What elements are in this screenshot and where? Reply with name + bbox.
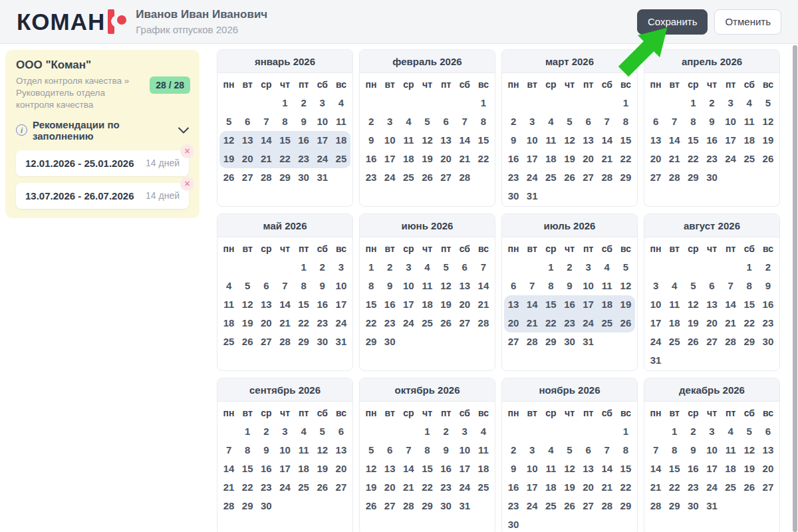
day-cell[interactable]: 28 xyxy=(598,497,616,515)
day-cell[interactable]: 24 xyxy=(523,168,541,187)
day-cell[interactable]: 23 xyxy=(362,168,380,187)
day-cell[interactable]: 1 xyxy=(616,94,635,112)
day-cell[interactable]: 15 xyxy=(474,131,493,150)
day-cell[interactable]: 1 xyxy=(275,94,294,112)
cancel-button[interactable]: Отменить xyxy=(714,9,781,35)
day-cell[interactable]: 4 xyxy=(219,277,238,295)
day-cell[interactable]: 14 xyxy=(456,131,474,150)
day-cell[interactable]: 11 xyxy=(541,131,560,150)
day-cell[interactable]: 28 xyxy=(399,497,418,515)
day-cell[interactable]: 24 xyxy=(456,478,474,497)
day-cell[interactable]: 5 xyxy=(560,441,579,460)
day-cell[interactable]: 26 xyxy=(740,478,759,497)
day-cell[interactable]: 22 xyxy=(740,314,759,332)
day-cell[interactable]: 13 xyxy=(646,131,665,150)
day-cell[interactable]: 30 xyxy=(560,332,579,351)
day-cell[interactable]: 1 xyxy=(295,258,313,277)
day-cell[interactable]: 7 xyxy=(722,277,740,295)
day-cell[interactable]: 17 xyxy=(313,131,332,150)
day-cell[interactable]: 25 xyxy=(598,314,616,332)
day-cell[interactable]: 31 xyxy=(646,351,665,370)
day-cell[interactable]: 20 xyxy=(332,460,350,478)
day-cell[interactable]: 18 xyxy=(332,131,350,150)
day-cell[interactable]: 25 xyxy=(474,478,493,497)
day-cell[interactable]: 15 xyxy=(362,295,380,314)
day-cell[interactable]: 27 xyxy=(380,497,399,515)
day-cell[interactable]: 15 xyxy=(684,131,702,150)
day-cell[interactable]: 26 xyxy=(616,314,635,332)
day-cell[interactable]: 23 xyxy=(504,497,523,515)
day-cell[interactable]: 13 xyxy=(579,460,598,478)
day-cell[interactable]: 2 xyxy=(362,112,380,131)
day-cell[interactable]: 30 xyxy=(702,168,721,187)
day-cell[interactable]: 15 xyxy=(616,131,635,150)
day-cell[interactable]: 10 xyxy=(399,277,418,295)
day-cell[interactable]: 12 xyxy=(418,131,436,150)
day-cell[interactable]: 1 xyxy=(362,258,380,277)
day-cell[interactable]: 13 xyxy=(504,295,523,314)
day-cell[interactable]: 6 xyxy=(579,441,598,460)
remove-period-button[interactable]: × xyxy=(180,144,194,158)
day-cell[interactable]: 4 xyxy=(598,258,616,277)
day-cell[interactable]: 18 xyxy=(740,131,759,150)
day-cell[interactable]: 30 xyxy=(380,332,399,351)
day-cell[interactable]: 22 xyxy=(295,314,313,332)
day-cell[interactable]: 6 xyxy=(456,258,474,277)
day-cell[interactable]: 4 xyxy=(295,422,313,441)
day-cell[interactable]: 19 xyxy=(437,295,456,314)
day-cell[interactable]: 8 xyxy=(275,112,294,131)
day-cell[interactable]: 31 xyxy=(579,332,598,351)
day-cell[interactable]: 22 xyxy=(418,478,436,497)
day-cell[interactable]: 29 xyxy=(665,497,684,515)
day-cell[interactable]: 22 xyxy=(616,150,635,168)
day-cell[interactable]: 30 xyxy=(313,332,332,351)
day-cell[interactable]: 17 xyxy=(332,295,350,314)
day-cell[interactable]: 27 xyxy=(332,478,350,497)
day-cell[interactable]: 8 xyxy=(684,112,702,131)
day-cell[interactable]: 4 xyxy=(332,94,350,112)
day-cell[interactable]: 14 xyxy=(722,295,740,314)
day-cell[interactable]: 28 xyxy=(474,314,493,332)
day-cell[interactable]: 12 xyxy=(560,460,579,478)
day-cell[interactable]: 3 xyxy=(332,258,350,277)
day-cell[interactable]: 14 xyxy=(275,295,294,314)
day-cell[interactable]: 29 xyxy=(616,168,635,187)
day-cell[interactable]: 27 xyxy=(579,497,598,515)
day-cell[interactable]: 3 xyxy=(523,441,541,460)
day-cell[interactable]: 22 xyxy=(616,478,635,497)
day-cell[interactable]: 18 xyxy=(598,295,616,314)
day-cell[interactable]: 19 xyxy=(560,150,579,168)
day-cell[interactable]: 29 xyxy=(238,497,257,515)
day-cell[interactable]: 29 xyxy=(275,168,294,187)
day-cell[interactable]: 1 xyxy=(616,422,635,441)
day-cell[interactable]: 21 xyxy=(523,314,541,332)
day-cell[interactable]: 15 xyxy=(665,460,684,478)
day-cell[interactable]: 24 xyxy=(399,314,418,332)
day-cell[interactable]: 29 xyxy=(684,168,702,187)
day-cell[interactable]: 3 xyxy=(579,258,598,277)
day-cell[interactable]: 31 xyxy=(332,332,350,351)
day-cell[interactable]: 28 xyxy=(598,168,616,187)
day-cell[interactable]: 14 xyxy=(646,460,665,478)
day-cell[interactable]: 9 xyxy=(295,112,313,131)
day-cell[interactable]: 8 xyxy=(474,112,493,131)
day-cell[interactable]: 23 xyxy=(504,168,523,187)
day-cell[interactable]: 17 xyxy=(523,150,541,168)
day-cell[interactable]: 23 xyxy=(684,478,702,497)
day-cell[interactable]: 18 xyxy=(541,478,560,497)
day-cell[interactable]: 21 xyxy=(474,295,493,314)
day-cell[interactable]: 15 xyxy=(275,131,294,150)
day-cell[interactable]: 8 xyxy=(740,277,759,295)
day-cell[interactable]: 12 xyxy=(616,277,635,295)
day-cell[interactable]: 10 xyxy=(456,441,474,460)
day-cell[interactable]: 8 xyxy=(665,441,684,460)
day-cell[interactable]: 28 xyxy=(257,168,275,187)
day-cell[interactable]: 1 xyxy=(740,258,759,277)
day-cell[interactable]: 16 xyxy=(380,295,399,314)
day-cell[interactable]: 21 xyxy=(598,150,616,168)
day-cell[interactable]: 16 xyxy=(504,478,523,497)
day-cell[interactable]: 26 xyxy=(238,332,257,351)
day-cell[interactable]: 2 xyxy=(295,94,313,112)
day-cell[interactable]: 19 xyxy=(616,295,635,314)
day-cell[interactable]: 24 xyxy=(313,150,332,168)
